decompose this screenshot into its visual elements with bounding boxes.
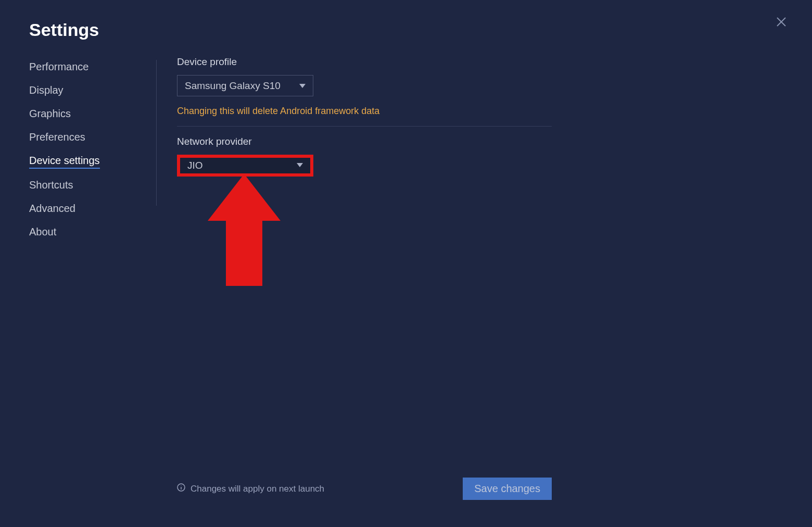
sidebar-item-advanced[interactable]: Advanced: [29, 202, 154, 216]
device-profile-warning: Changing this will delete Android framew…: [177, 106, 552, 117]
section-divider: [177, 126, 552, 127]
sidebar: Performance Display Graphics Preferences…: [29, 60, 154, 239]
sidebar-item-device-settings[interactable]: Device settings: [29, 154, 100, 169]
sidebar-item-display[interactable]: Display: [29, 83, 154, 97]
device-profile-label: Device profile: [177, 56, 552, 68]
footer: Changes will apply on next launch Save c…: [177, 478, 552, 500]
footer-info-text: Changes will apply on next launch: [191, 484, 324, 494]
device-profile-value: Samsung Galaxy S10: [185, 80, 281, 92]
network-provider-dropdown[interactable]: JIO: [177, 155, 313, 177]
sidebar-item-shortcuts[interactable]: Shortcuts: [29, 178, 154, 192]
page-title: Settings: [29, 20, 99, 40]
close-icon: [775, 16, 788, 30]
sidebar-divider: [156, 60, 157, 206]
annotation-arrow-up-icon: [208, 174, 281, 288]
svg-marker-3: [297, 163, 303, 167]
footer-info: Changes will apply on next launch: [177, 483, 324, 494]
network-provider-label: Network provider: [177, 136, 552, 147]
content-panel: Device profile Samsung Galaxy S10 Changi…: [177, 56, 552, 177]
close-button[interactable]: [774, 16, 789, 30]
svg-point-7: [181, 485, 181, 486]
save-changes-button[interactable]: Save changes: [463, 478, 552, 500]
network-provider-value: JIO: [187, 160, 203, 171]
chevron-down-icon: [299, 80, 306, 92]
sidebar-item-preferences[interactable]: Preferences: [29, 130, 154, 144]
svg-marker-4: [208, 174, 281, 286]
sidebar-item-about[interactable]: About: [29, 225, 154, 239]
svg-marker-2: [299, 84, 306, 88]
device-profile-dropdown[interactable]: Samsung Galaxy S10: [177, 75, 313, 96]
info-icon: [177, 483, 185, 494]
chevron-down-icon: [297, 161, 303, 170]
sidebar-item-performance[interactable]: Performance: [29, 60, 154, 74]
sidebar-item-graphics[interactable]: Graphics: [29, 107, 154, 121]
